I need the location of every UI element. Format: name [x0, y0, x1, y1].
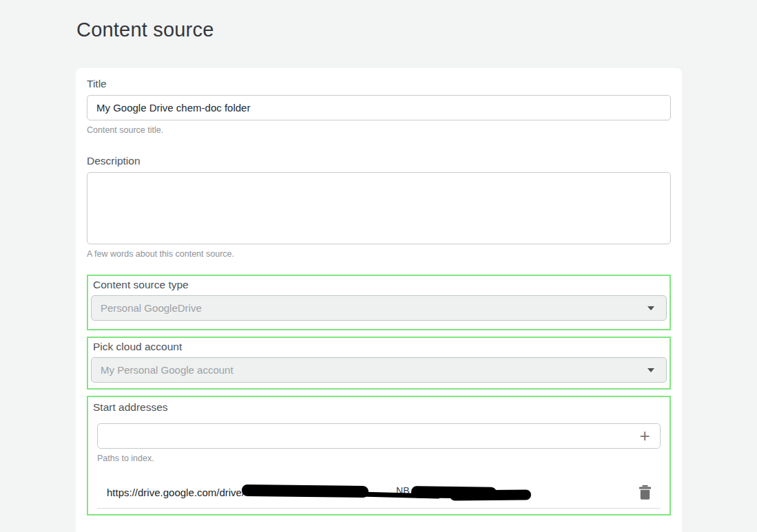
- start-address-url: https://drive.google.com/drive/ NB: [107, 484, 531, 500]
- title-group: Title Content source title.: [87, 78, 671, 135]
- start-addresses-label: Start addresses: [93, 401, 667, 414]
- cloud-account-value: My Personal Google account: [101, 364, 234, 376]
- description-label: Description: [87, 155, 671, 167]
- content-source-type-group: Content source type Personal GoogleDrive: [87, 275, 671, 330]
- content-source-type-label: Content source type: [93, 279, 667, 291]
- new-address-input-group: +: [97, 423, 661, 449]
- cloud-account-select[interactable]: My Personal Google account: [91, 357, 667, 383]
- description-textarea[interactable]: [87, 172, 671, 244]
- delete-address-button[interactable]: [639, 485, 651, 500]
- description-help-text: A few words about this content source.: [87, 249, 671, 259]
- plus-icon: +: [639, 425, 650, 446]
- chevron-down-icon: [647, 306, 654, 310]
- page-title: Content source: [76, 19, 214, 41]
- description-group: Description A few words about this conte…: [87, 155, 671, 259]
- title-input[interactable]: [87, 95, 671, 120]
- trash-icon: [639, 485, 651, 500]
- start-addresses-help-text: Paths to index.: [97, 454, 661, 463]
- start-addresses-group: Start addresses + Paths to index. https:…: [87, 396, 671, 515]
- new-address-input[interactable]: [97, 423, 661, 449]
- start-addresses-inner: + Paths to index. https://drive.google.c…: [97, 423, 661, 509]
- start-address-url-prefix: https://drive.google.com/drive/: [107, 487, 245, 498]
- title-help-text: Content source title.: [87, 125, 671, 135]
- chevron-down-icon: [647, 368, 654, 372]
- cloud-account-label: Pick cloud account: [93, 341, 667, 353]
- content-source-type-select[interactable]: Personal GoogleDrive: [91, 295, 667, 321]
- add-address-button[interactable]: +: [629, 423, 661, 449]
- content-source-form-card: Title Content source title. Description …: [76, 68, 682, 532]
- start-address-list-item: https://drive.google.com/drive/ NB: [97, 475, 661, 509]
- cloud-account-group: Pick cloud account My Personal Google ac…: [87, 337, 671, 390]
- redaction-scribble: NB: [242, 484, 531, 500]
- content-source-type-value: Personal GoogleDrive: [101, 302, 202, 314]
- title-label: Title: [87, 78, 671, 90]
